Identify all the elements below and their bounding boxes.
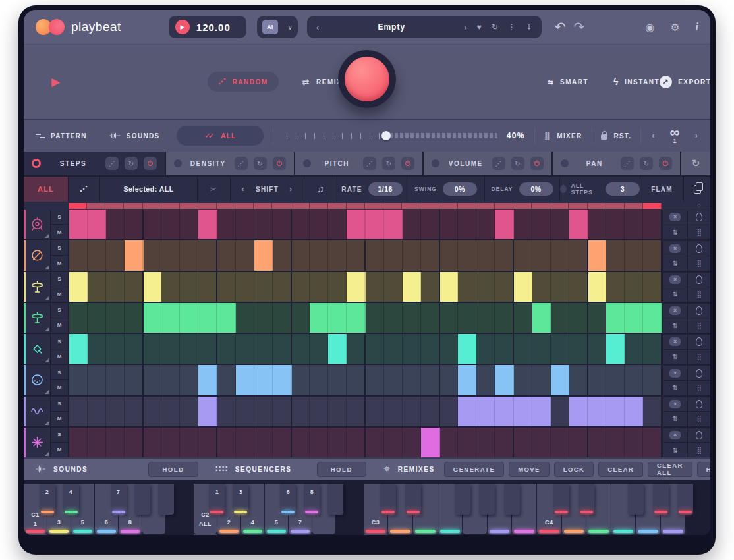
step-cell[interactable] xyxy=(217,365,236,395)
step-cell[interactable] xyxy=(403,365,421,395)
step-cell[interactable] xyxy=(292,428,310,457)
step-cell[interactable] xyxy=(551,303,569,333)
step-cell[interactable] xyxy=(643,272,662,302)
step-cell[interactable] xyxy=(347,210,366,239)
step-cell[interactable] xyxy=(161,397,180,426)
step-cell[interactable] xyxy=(88,272,106,302)
refresh-icon[interactable]: ↻ xyxy=(254,157,267,170)
step-cell[interactable] xyxy=(236,240,254,270)
rate-value[interactable]: 1/16 xyxy=(368,182,403,196)
step-cell[interactable] xyxy=(161,210,180,239)
clear-row-button[interactable]: × xyxy=(663,240,687,256)
step-cell[interactable] xyxy=(366,365,384,395)
step-cell[interactable] xyxy=(347,272,366,302)
step-cell[interactable] xyxy=(328,334,347,364)
step-cell[interactable] xyxy=(476,240,495,270)
kick-drum-icon[interactable] xyxy=(24,210,51,239)
step-cell[interactable] xyxy=(106,365,125,395)
black-key[interactable]: 2 xyxy=(40,484,55,515)
step-cell[interactable] xyxy=(69,303,88,333)
loop-prev-button[interactable]: ‹ xyxy=(652,131,655,140)
step-cell[interactable] xyxy=(310,210,328,239)
step-cell[interactable] xyxy=(236,365,254,395)
step-cell[interactable] xyxy=(532,303,551,333)
step-cell[interactable] xyxy=(106,303,125,333)
step-cell[interactable] xyxy=(125,397,144,426)
shift-right-button[interactable]: › xyxy=(289,184,293,194)
slider-knob[interactable] xyxy=(381,131,391,140)
drag-handle[interactable]: ⣿ xyxy=(687,318,711,333)
ruler-step[interactable] xyxy=(143,203,161,209)
step-cell[interactable] xyxy=(236,210,254,239)
step-cell[interactable] xyxy=(495,303,514,333)
step-cell[interactable] xyxy=(495,397,514,426)
footer-button-clear[interactable]: CLEAR xyxy=(598,462,643,477)
eraser-button[interactable] xyxy=(687,334,711,349)
tab-volume[interactable]: VOLUME⋰↻ xyxy=(424,152,551,175)
ruler-step[interactable] xyxy=(254,203,272,209)
step-cell[interactable] xyxy=(476,210,495,239)
step-cell[interactable] xyxy=(588,428,607,457)
power-icon[interactable] xyxy=(530,157,544,170)
dice-dots-icon[interactable]: ⋰ xyxy=(235,157,248,170)
step-cell[interactable] xyxy=(440,397,459,426)
ruler-step[interactable] xyxy=(365,203,383,209)
ruler-step[interactable] xyxy=(105,203,124,209)
dice-dots-icon[interactable]: ⋰ xyxy=(363,157,376,170)
random-preset-icon[interactable]: ↻ xyxy=(492,22,498,32)
eraser-button[interactable] xyxy=(687,397,711,412)
step-cell[interactable] xyxy=(198,240,217,270)
step-cell[interactable] xyxy=(254,397,273,426)
ruler-step[interactable] xyxy=(272,203,291,209)
clear-row-button[interactable]: × xyxy=(663,303,687,318)
step-cell[interactable] xyxy=(458,210,476,239)
step-cell[interactable] xyxy=(69,428,88,457)
download-icon[interactable]: ↧ xyxy=(526,22,532,32)
all-steps-value[interactable]: 3 xyxy=(606,182,640,196)
tab-pitch[interactable]: PITCH⋰↻ xyxy=(295,152,423,175)
step-cell[interactable] xyxy=(532,397,551,426)
step-cell[interactable] xyxy=(273,303,292,333)
step-cell[interactable] xyxy=(180,334,198,364)
step-cell[interactable] xyxy=(440,272,459,302)
step-cell[interactable] xyxy=(125,428,144,457)
step-cell[interactable] xyxy=(384,272,403,302)
eraser-button[interactable] xyxy=(687,365,711,380)
step-cell[interactable] xyxy=(217,397,236,426)
step-cell[interactable] xyxy=(606,210,625,239)
solo-button[interactable]: S xyxy=(51,210,68,225)
step-cell[interactable] xyxy=(180,210,198,239)
step-cell[interactable] xyxy=(625,334,643,364)
step-cell[interactable] xyxy=(514,272,532,302)
step-cell[interactable] xyxy=(625,210,643,239)
step-cell[interactable] xyxy=(254,303,273,333)
ruler-step[interactable] xyxy=(606,203,625,209)
ruler-step[interactable] xyxy=(476,203,495,209)
step-cell[interactable] xyxy=(125,272,144,302)
step-cell[interactable] xyxy=(403,397,421,426)
step-cell[interactable] xyxy=(328,303,347,333)
step-cell[interactable] xyxy=(551,397,569,426)
step-cell[interactable] xyxy=(403,334,421,364)
all-rows-button[interactable]: ALL xyxy=(24,177,69,202)
mixer-button[interactable]: ⣿ MIXER xyxy=(544,131,582,140)
hihat-drum-icon[interactable] xyxy=(24,303,51,333)
mute-button[interactable]: M xyxy=(51,287,68,302)
step-cell[interactable] xyxy=(421,272,440,302)
step-cell[interactable] xyxy=(144,303,162,333)
shaker-drum-icon[interactable] xyxy=(24,334,51,364)
step-cell[interactable] xyxy=(198,365,217,395)
step-cell[interactable] xyxy=(476,303,495,333)
step-cell[interactable] xyxy=(569,428,588,457)
step-cell[interactable] xyxy=(69,240,88,270)
ruler-step[interactable] xyxy=(569,203,587,209)
faders-button[interactable]: ⇅ xyxy=(663,442,687,457)
step-cell[interactable] xyxy=(273,210,292,239)
step-cell[interactable] xyxy=(328,365,347,395)
step-cell[interactable] xyxy=(551,210,569,239)
step-cell[interactable] xyxy=(254,365,273,395)
step-cell[interactable] xyxy=(106,428,125,457)
flam-button[interactable]: FLAM xyxy=(640,177,684,202)
step-cell[interactable] xyxy=(440,334,459,364)
favorite-heart-icon[interactable]: ♥ xyxy=(477,22,482,32)
